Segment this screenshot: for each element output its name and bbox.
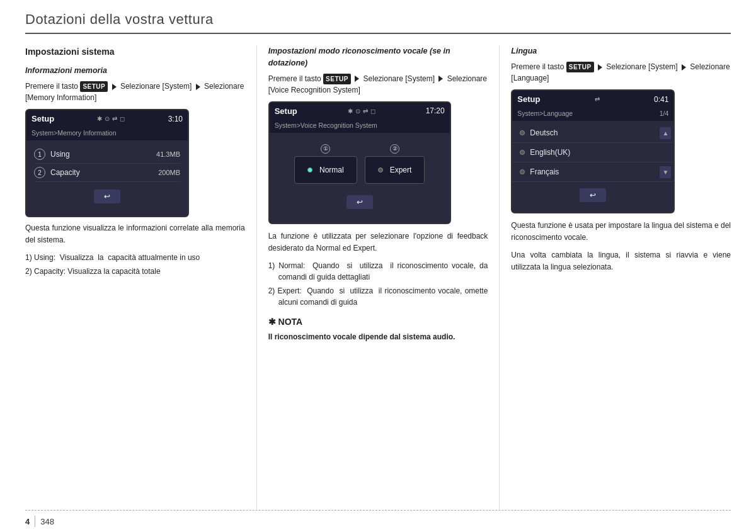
col2-note-text: Il riconoscimento vocale dipende dal sis… bbox=[268, 331, 488, 342]
col3-subtitle: Lingua bbox=[511, 45, 731, 57]
col3-instruction: Premere il tasto SETUP Selezionare [Syst… bbox=[511, 61, 731, 84]
transfer-icon: ⇄ bbox=[112, 114, 117, 123]
row-num-2: 2 bbox=[34, 167, 45, 178]
col2-normal-option[interactable]: Normal bbox=[294, 156, 357, 184]
col3-screen-time: 0:41 bbox=[654, 94, 668, 105]
row-num-1: 1 bbox=[34, 149, 45, 160]
table-row: 1 Using 41.3MB bbox=[34, 145, 180, 164]
col2-expert-option[interactable]: Expert bbox=[365, 156, 425, 184]
col1-arrow-right-icon bbox=[112, 84, 117, 90]
col2-voice-options: ① Normal ② Expert bbox=[277, 144, 442, 184]
col1-instruction-rest: Selezionare [System] bbox=[120, 82, 192, 91]
col1-desc: Questa funzione visualizza le informazio… bbox=[25, 222, 245, 246]
col3-desc2: Una volta cambiata la lingua, il sistema… bbox=[511, 249, 731, 273]
phone-icon: ◻ bbox=[120, 114, 125, 123]
col3-screen-body: Deutsch ▲ English(UK) Français ▼ ↩ bbox=[512, 121, 673, 212]
scroll-down-icon[interactable]: ▼ bbox=[660, 166, 671, 178]
col2-expert-radio bbox=[378, 167, 383, 173]
col2-screen: Setup ✱ ⊙ ⇄ ◻ 17:20 System>Voice Recogni… bbox=[268, 101, 451, 224]
col3-subheader-text: System>Language bbox=[517, 109, 573, 119]
lang-radio-deutsch bbox=[520, 130, 525, 135]
col1-arrow2-icon bbox=[196, 84, 200, 90]
col2-option-num-2: ② bbox=[390, 144, 399, 154]
content-area: Impostazioni sistema Informazioni memori… bbox=[25, 45, 731, 510]
col2-screen-icons: ✱ ⊙ ⇄ ◻ bbox=[348, 106, 375, 116]
row-label-using: Using bbox=[50, 149, 156, 160]
col3-back-button[interactable]: ↩ bbox=[580, 188, 606, 202]
col1-back-button[interactable]: ↩ bbox=[94, 190, 120, 203]
col3-instruction-system: Selezionare [System] bbox=[606, 62, 677, 71]
col3-screen-icons: ⇄ bbox=[595, 94, 600, 104]
col2-screen-subheader: System>Voice Recognition System bbox=[270, 120, 450, 133]
settings-icon: ⊙ bbox=[105, 114, 110, 123]
col2-instruction: Premere il tasto SETUP Selezionare [Syst… bbox=[268, 73, 488, 96]
col2-subtitle: Impostazioni modo riconoscimento vocale … bbox=[268, 45, 488, 69]
col2-list-item-2: 2) Expert: Quando si utilizza il riconos… bbox=[268, 285, 488, 308]
lang-radio-francais bbox=[520, 169, 525, 174]
col2-option-num-1: ① bbox=[321, 144, 330, 154]
col2-subheader-text: System>Voice Recognition System bbox=[275, 121, 377, 131]
transfer2-icon: ⇄ bbox=[363, 106, 368, 116]
col2-arrow2-icon bbox=[438, 76, 443, 82]
col2-note: ✱ NOTA Il riconoscimento vocale dipende … bbox=[268, 315, 488, 342]
col2-normal-radio bbox=[307, 167, 312, 173]
col1-instruction-pre: Premere il tasto bbox=[25, 82, 78, 91]
footer-divider bbox=[35, 516, 35, 527]
col2-back-button[interactable]: ↩ bbox=[346, 195, 373, 209]
lang-radio-english bbox=[520, 150, 525, 155]
page-container: Dotazioni della vostra vettura Impostazi… bbox=[0, 0, 756, 532]
col3-instruction-pre: Premere il tasto bbox=[511, 62, 566, 71]
col2-instruction-pre: Premere il tasto bbox=[268, 74, 323, 83]
col2-list-item-1: 1) Normal: Quando si utilizza il riconos… bbox=[268, 260, 488, 283]
col3-page-indicator: 1/4 bbox=[660, 109, 669, 119]
footer-page: 348 bbox=[40, 517, 54, 526]
lang-name-deutsch: Deutsch bbox=[530, 127, 666, 139]
bluetooth-icon: ✱ bbox=[97, 114, 102, 123]
col1-section-title: Impostazioni sistema bbox=[25, 45, 245, 59]
row-value-capacity: 200MB bbox=[158, 167, 180, 178]
col1-screen-subheader-text: System>Memory Information bbox=[32, 128, 117, 139]
lang-row-francais[interactable]: Français ▼ bbox=[512, 162, 673, 182]
col1-screen-header: Setup ✱ ⊙ ⇄ ◻ 3:10 bbox=[26, 110, 188, 128]
lang-row-english[interactable]: English(UK) bbox=[512, 143, 673, 162]
row-label-capacity: Capacity bbox=[50, 167, 158, 178]
page-header: Dotazioni della vostra vettura bbox=[25, 0, 731, 34]
row-value-using: 41.3MB bbox=[156, 149, 180, 160]
settings2-icon: ⊙ bbox=[355, 106, 360, 116]
col2-screen-time: 17:20 bbox=[426, 105, 445, 116]
col2-setup-badge: SETUP bbox=[323, 74, 351, 85]
table-row: 2 Capacity 200MB bbox=[34, 164, 180, 182]
footer-number: 4 bbox=[25, 517, 30, 526]
col1-setup-badge: SETUP bbox=[80, 81, 108, 93]
col1-screen: Setup ✱ ⊙ ⇄ ◻ 3:10 System>Memory Informa… bbox=[25, 109, 189, 217]
col3-screen-subheader: System>Language 1/4 bbox=[512, 108, 673, 121]
scroll-up-icon[interactable]: ▲ bbox=[660, 127, 671, 139]
col1-list-item-2: 2) Capacity: Visualizza la capacità tota… bbox=[25, 266, 245, 277]
col2-desc: La funzione è utilizzata per selezionare… bbox=[268, 230, 488, 254]
col1-screen-time: 3:10 bbox=[168, 113, 183, 125]
bt2-icon: ✱ bbox=[348, 106, 353, 116]
col1-screen-icons: ✱ ⊙ ⇄ ◻ bbox=[97, 114, 125, 123]
col2-screen-title: Setup bbox=[275, 105, 297, 118]
lang-name-francais: Français bbox=[530, 166, 666, 178]
phone2-icon: ◻ bbox=[370, 106, 375, 116]
lang-row-deutsch[interactable]: Deutsch ▲ bbox=[512, 123, 673, 143]
col3-arrow2-icon bbox=[682, 64, 686, 71]
col1-list-item-1: 1) Using: Visualizza la capacità attualm… bbox=[25, 252, 245, 263]
col2-expert-option-wrap: ② Expert bbox=[365, 144, 425, 184]
col2-screen-header: Setup ✱ ⊙ ⇄ ◻ 17:20 bbox=[270, 103, 450, 120]
col2-note-title: ✱ NOTA bbox=[268, 315, 488, 329]
col2-normal-option-wrap: ① Normal bbox=[294, 144, 357, 184]
col3-setup-badge: SETUP bbox=[566, 62, 594, 73]
col3-screen: Setup ⇄ 0:41 System>Language 1/4 Deutsch… bbox=[511, 89, 675, 213]
transfer3-icon: ⇄ bbox=[595, 94, 600, 104]
col1-screen-title: Setup bbox=[32, 113, 54, 125]
col-2: Impostazioni modo riconoscimento vocale … bbox=[256, 45, 500, 510]
col-3: Lingua Premere il tasto SETUP Selezionar… bbox=[499, 45, 731, 510]
col2-normal-label: Normal bbox=[319, 164, 344, 176]
col3-screen-title: Setup bbox=[517, 93, 540, 106]
col1-subtitle: Informazioni memoria bbox=[25, 65, 245, 77]
col-1: Impostazioni sistema Informazioni memori… bbox=[25, 45, 256, 510]
col2-arrow1-icon bbox=[355, 76, 359, 82]
page-footer: 4 348 bbox=[25, 510, 731, 532]
